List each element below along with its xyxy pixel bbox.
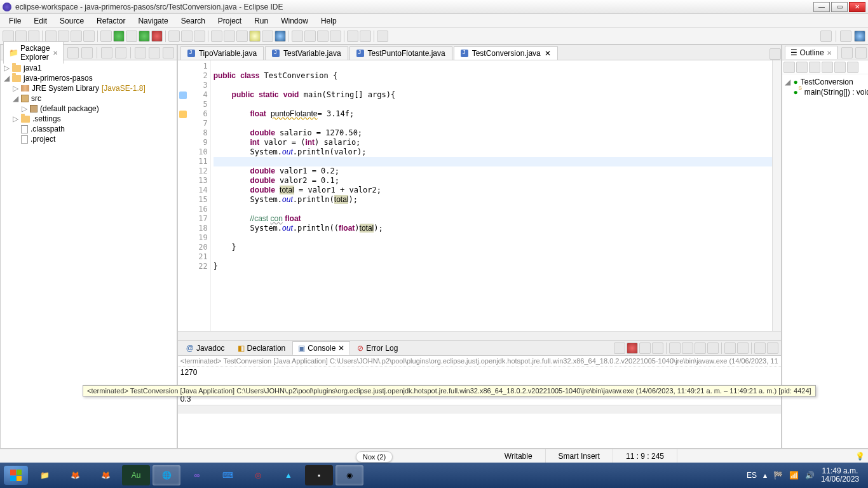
tree-item[interactable]: java-primeros-pasos — [24, 74, 93, 83]
close-icon[interactable]: ✕ — [53, 50, 58, 57]
terminate-button[interactable] — [627, 342, 638, 354]
tb-btn[interactable] — [71, 30, 82, 42]
tree-item[interactable]: src — [31, 94, 41, 103]
outline-tab[interactable]: ☰ Outline ✕ — [785, 46, 837, 59]
close-icon[interactable]: ✕ — [338, 344, 344, 353]
nox-task[interactable]: ▲ — [275, 465, 302, 485]
code-editor[interactable]: 12345678910111213141516171819202122 publ… — [178, 60, 781, 331]
back-nav-icon[interactable] — [67, 47, 79, 58]
editor-tab[interactable]: TestVariable.java — [265, 46, 348, 60]
clock[interactable]: 11:49 a.m. 14/06/2023 — [821, 467, 859, 484]
chrome-task[interactable]: 🌐 — [153, 465, 180, 485]
outline-tool[interactable] — [834, 62, 846, 73]
audition-task[interactable]: Au — [122, 465, 150, 485]
link-editor-icon[interactable] — [115, 47, 126, 58]
flag-icon[interactable]: 🏁 — [773, 471, 783, 480]
start-button[interactable] — [4, 466, 28, 485]
maximize-button[interactable]: ▭ — [831, 2, 848, 12]
tree-item[interactable]: .classpath — [31, 125, 65, 133]
tb-btn[interactable] — [292, 30, 303, 42]
menu-project[interactable]: Project — [213, 15, 247, 27]
scroll-lock-button[interactable] — [682, 342, 693, 354]
tree-item[interactable]: .project — [31, 135, 55, 144]
firefox-dev-task[interactable]: 🦊 — [92, 465, 119, 485]
vscode-task[interactable]: ⌨ — [214, 465, 241, 485]
minimize-view-icon[interactable] — [149, 47, 160, 58]
pin-button[interactable] — [377, 30, 388, 42]
vs-task[interactable]: ∞ — [183, 465, 211, 485]
run-button[interactable] — [113, 30, 125, 42]
tb-btn[interactable] — [58, 30, 69, 42]
menu-window[interactable]: Window — [276, 15, 313, 27]
warning-marker-icon[interactable] — [179, 111, 187, 118]
pin-console-button[interactable] — [707, 342, 719, 354]
overview-ruler[interactable] — [772, 60, 781, 331]
eclipse-task[interactable]: ◉ — [336, 465, 363, 485]
tip-icon[interactable]: 💡 — [855, 452, 868, 461]
display-console-button[interactable] — [724, 342, 736, 354]
view-menu-icon[interactable] — [135, 47, 146, 58]
close-icon[interactable]: ✕ — [827, 50, 832, 57]
maximize-view-icon[interactable] — [767, 342, 778, 354]
search-button[interactable] — [211, 30, 222, 42]
tb-btn[interactable] — [83, 30, 95, 42]
new-package-button[interactable] — [168, 30, 180, 42]
outline-tool[interactable] — [847, 62, 858, 73]
tb-btn[interactable] — [304, 30, 316, 42]
coverage-button[interactable] — [126, 30, 137, 42]
menu-source[interactable]: Source — [55, 15, 89, 27]
minimize-view-icon[interactable] — [855, 47, 867, 58]
console-tab[interactable]: ▣Console✕ — [292, 341, 350, 355]
tree-item[interactable]: .settings — [32, 114, 61, 123]
ext-tools-button[interactable] — [151, 30, 163, 42]
cmd-task[interactable]: ▪ — [305, 465, 333, 485]
fwd-nav-icon[interactable] — [81, 47, 93, 58]
word-wrap-button[interactable] — [695, 342, 706, 354]
debug-button[interactable] — [100, 30, 112, 42]
remove-launch-button[interactable] — [639, 342, 651, 354]
outline-method[interactable]: main(String[]) : void — [804, 88, 868, 97]
javadoc-tab[interactable]: @Javadoc — [180, 341, 231, 355]
menu-file[interactable]: File — [4, 15, 26, 27]
errorlog-tab[interactable]: ⊘Error Log — [351, 341, 403, 355]
new-class-button[interactable] — [181, 30, 193, 42]
network-icon[interactable]: 📶 — [789, 471, 799, 480]
menu-refactor[interactable]: Refactor — [92, 15, 130, 27]
editor-tab-active[interactable]: TestConversion.java✕ — [454, 46, 558, 60]
tree-item[interactable]: java1 — [24, 64, 42, 72]
new-button[interactable] — [3, 30, 14, 42]
menu-navigate[interactable]: Navigate — [133, 15, 173, 27]
java-perspective-button[interactable] — [854, 30, 865, 42]
firefox-task[interactable]: 🦊 — [61, 465, 89, 485]
h-scrollbar[interactable] — [178, 405, 781, 414]
maximize-editor-icon[interactable] — [770, 48, 781, 60]
minimize-view-icon[interactable] — [754, 342, 766, 354]
outline-class[interactable]: TestConversion — [801, 78, 853, 86]
outline-tool[interactable] — [809, 62, 820, 73]
editor-tab[interactable]: TestPuntoFlotante.java — [349, 46, 452, 60]
system-tray[interactable]: ES ▴ 🏁 📶 🔊 11:49 a.m. 14/06/2023 — [747, 467, 864, 484]
save-all-button[interactable] — [28, 30, 39, 42]
forward-button[interactable] — [360, 30, 371, 42]
tb-btn[interactable] — [275, 30, 286, 42]
declaration-tab[interactable]: ◧Declaration — [232, 341, 292, 355]
tree-item[interactable]: JRE System Library — [32, 84, 99, 93]
h-scrollbar[interactable] — [178, 331, 781, 340]
volume-icon[interactable]: 🔊 — [805, 471, 815, 480]
tb-btn[interactable] — [249, 30, 261, 42]
menu-search[interactable]: Search — [176, 15, 210, 27]
close-button[interactable]: ✕ — [849, 2, 865, 12]
outline-tool[interactable] — [796, 62, 808, 73]
info-marker-icon[interactable] — [179, 92, 187, 99]
menu-help[interactable]: Help — [316, 15, 342, 27]
language-indicator[interactable]: ES — [747, 471, 757, 480]
clear-console-button[interactable] — [669, 342, 681, 354]
tb-btn[interactable] — [45, 30, 57, 42]
outline-tool[interactable] — [822, 62, 833, 73]
editor-tab[interactable]: TipoVariable.java — [180, 46, 264, 60]
view-menu-icon[interactable] — [841, 47, 853, 58]
tb-btn[interactable] — [262, 30, 273, 42]
open-console-button[interactable] — [737, 342, 749, 354]
close-tab-icon[interactable]: ✕ — [545, 49, 551, 58]
tb-btn[interactable] — [330, 30, 341, 42]
